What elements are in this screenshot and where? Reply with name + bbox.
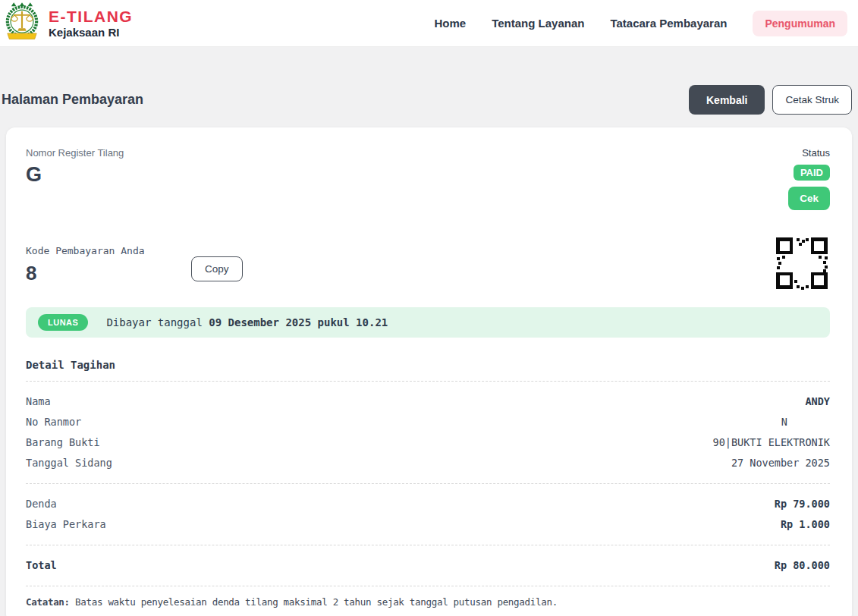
nav-pengumuman[interactable]: Pengumuman <box>753 11 847 36</box>
detail-row-ranmor: No Ranmor N <box>26 412 830 432</box>
charge-value: Rp 79.000 <box>775 494 830 514</box>
detail-value: ANDY <box>805 391 830 412</box>
payment-code-label: Kode Pembayaran Anda <box>26 245 191 256</box>
register-value: G <box>26 165 124 185</box>
payment-code-block: Kode Pembayaran Anda 8 Copy <box>26 245 243 283</box>
payment-card: Nomor Register Tilang G Status PAID Cek … <box>6 127 852 616</box>
print-receipt-button[interactable]: Cetak Struk <box>772 85 852 115</box>
lunas-badge: LUNAS <box>38 314 88 331</box>
detail-row-nama: Nama ANDY <box>26 391 830 412</box>
nav-tatacara-pembayaran[interactable]: Tatacara Pembayaran <box>610 17 727 30</box>
note-label: Catatan: <box>26 596 70 608</box>
brand[interactable]: E-TILANG Kejaksaan RI <box>3 4 133 43</box>
charge-row-biaya-perkara: Biaya Perkara Rp 1.000 <box>26 514 830 535</box>
qr-code-icon <box>774 234 830 292</box>
charge-label: Biaya Perkara <box>26 514 106 535</box>
register-block: Nomor Register Tilang G <box>26 147 124 185</box>
detail-label: Nama <box>26 391 51 412</box>
detail-label: No Ranmor <box>26 412 81 432</box>
detail-value: N <box>781 412 830 432</box>
paid-date-value: 09 Desember 2025 pukul 10.21 <box>209 316 388 328</box>
total-label: Total <box>26 555 57 576</box>
paid-status-banner: LUNAS Dibayar tanggal 09 Desember 2025 p… <box>26 307 830 338</box>
total-value: Rp 80.000 <box>775 555 830 576</box>
divider <box>26 381 830 382</box>
title-row: Halaman Pembayaran Kembali Cetak Struk <box>2 85 852 115</box>
page-title: Halaman Pembayaran <box>2 92 143 108</box>
nav-tentang-layanan[interactable]: Tentang Layanan <box>492 17 584 30</box>
detail-heading: Detail Tagihan <box>26 359 830 371</box>
total-row: Total Rp 80.000 <box>26 555 830 576</box>
detail-value: 90|BUKTI ELEKTRONIK <box>713 432 830 453</box>
paid-date-prefix: Dibayar tanggal <box>106 316 209 328</box>
divider <box>26 483 830 484</box>
check-status-button[interactable]: Cek <box>788 187 830 210</box>
register-status-row: Nomor Register Tilang G Status PAID Cek <box>26 147 830 210</box>
status-badge: PAID <box>794 165 830 181</box>
payment-code-row: Kode Pembayaran Anda 8 Copy <box>26 245 830 292</box>
back-button[interactable]: Kembali <box>689 85 765 115</box>
detail-label: Barang Bukti <box>26 432 100 453</box>
detail-row-barang-bukti: Barang Bukti 90|BUKTI ELEKTRONIK <box>26 432 830 453</box>
title-actions: Kembali Cetak Struk <box>689 85 852 115</box>
note-body: Batas waktu penyelesaian denda tilang ma… <box>70 596 558 608</box>
detail-row-tanggal-sidang: Tanggal Sidang 27 November 2025 <box>26 453 830 473</box>
status-label: Status <box>802 147 830 159</box>
divider <box>26 586 830 586</box>
brand-title: E-TILANG <box>49 8 133 25</box>
detail-label: Tanggal Sidang <box>26 453 112 473</box>
divider <box>26 545 830 545</box>
charge-label: Denda <box>26 494 57 514</box>
detail-value: 27 November 2025 <box>731 453 830 473</box>
kejaksaan-logo-icon <box>3 1 41 43</box>
status-block: Status PAID Cek <box>788 147 830 210</box>
charge-value: Rp 1.000 <box>781 514 830 535</box>
brand-subtitle: Kejaksaan RI <box>49 26 133 39</box>
charge-row-denda: Denda Rp 79.000 <box>26 494 830 514</box>
nav-home[interactable]: Home <box>435 17 467 30</box>
main-nav: Home Tentang Layanan Tatacara Pembayaran… <box>435 11 848 36</box>
paid-date-text: Dibayar tanggal 09 Desember 2025 pukul 1… <box>106 316 388 328</box>
payment-code-value: 8 <box>26 263 191 283</box>
copy-code-button[interactable]: Copy <box>191 256 243 281</box>
register-label: Nomor Register Tilang <box>26 147 124 159</box>
app-header: E-TILANG Kejaksaan RI Home Tentang Layan… <box>0 0 858 47</box>
note-text: Catatan: Batas waktu penyelesaian denda … <box>26 596 830 608</box>
